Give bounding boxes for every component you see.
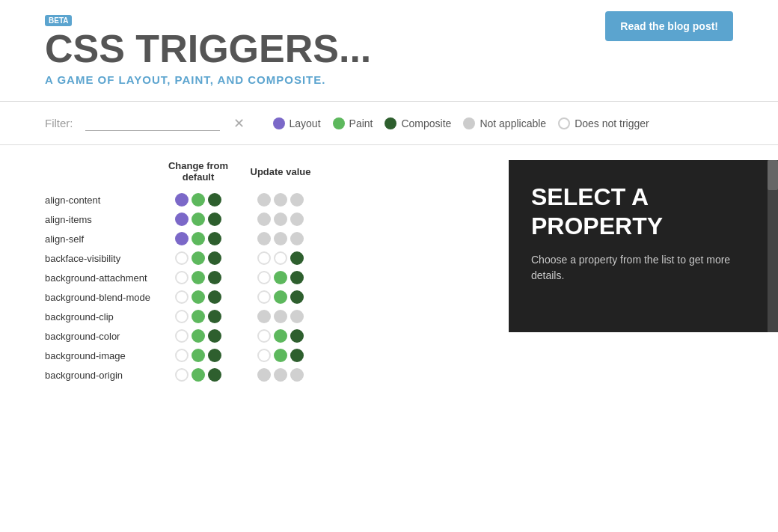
table-row[interactable]: background-image bbox=[45, 346, 494, 365]
change-dots bbox=[157, 368, 239, 382]
legend-paint: Paint bbox=[333, 117, 373, 129]
paint-dot bbox=[192, 232, 205, 245]
none-dot bbox=[257, 349, 271, 362]
paint-dot bbox=[192, 349, 205, 362]
paint-dot bbox=[192, 271, 205, 284]
filter-input[interactable] bbox=[85, 115, 220, 131]
property-name: backface-visibility bbox=[45, 253, 157, 264]
table-row[interactable]: backface-visibility bbox=[45, 248, 494, 268]
none-dot bbox=[175, 368, 189, 382]
na-dot bbox=[257, 213, 271, 226]
scrollbar-thumb[interactable] bbox=[768, 160, 778, 190]
paint-dot bbox=[192, 193, 205, 207]
table-row[interactable]: background-color bbox=[45, 326, 494, 346]
scrollbar-track[interactable] bbox=[768, 160, 778, 332]
layout-dot bbox=[175, 232, 189, 245]
composite-dot bbox=[208, 213, 221, 226]
side-panel: SELECT A PROPERTY Choose a property from… bbox=[509, 160, 778, 385]
legend-none: Does not trigger bbox=[558, 117, 649, 129]
na-dot bbox=[290, 193, 304, 207]
paint-dot bbox=[192, 251, 205, 265]
property-name: background-clip bbox=[45, 311, 157, 322]
change-dots bbox=[157, 232, 239, 245]
legend-composite-label: Composite bbox=[401, 117, 451, 129]
property-name: background-attachment bbox=[45, 272, 157, 284]
paint-dot bbox=[274, 349, 287, 362]
layout-dot bbox=[175, 193, 189, 207]
composite-dot bbox=[290, 271, 304, 284]
table-row[interactable]: align-self bbox=[45, 229, 494, 248]
read-blog-button[interactable]: Read the blog post! bbox=[605, 11, 733, 41]
column-headers: Change from default Update value bbox=[45, 160, 494, 183]
none-dot bbox=[257, 271, 271, 284]
na-dot bbox=[257, 368, 271, 382]
table-row[interactable]: background-blend-mode bbox=[45, 287, 494, 307]
change-dots bbox=[157, 271, 239, 284]
select-title: SELECT A PROPERTY bbox=[531, 183, 756, 240]
change-dots bbox=[157, 349, 239, 362]
change-dots bbox=[157, 251, 239, 265]
property-name: background-image bbox=[45, 350, 157, 361]
paint-dot bbox=[192, 368, 205, 382]
none-dot bbox=[175, 310, 189, 323]
table-row[interactable]: align-items bbox=[45, 210, 494, 229]
paint-dot bbox=[333, 117, 345, 129]
none-dot bbox=[175, 251, 189, 265]
composite-dot bbox=[208, 193, 221, 207]
na-dot bbox=[274, 310, 287, 323]
paint-dot bbox=[274, 329, 287, 343]
update-dots bbox=[239, 213, 322, 226]
paint-dot bbox=[274, 271, 287, 284]
none-dot bbox=[175, 271, 189, 284]
composite-dot bbox=[290, 290, 304, 304]
change-dots bbox=[157, 213, 239, 226]
legend-composite: Composite bbox=[385, 117, 451, 129]
col-header-change: Change from default bbox=[157, 160, 239, 183]
update-dots bbox=[239, 310, 322, 323]
legend-none-label: Does not trigger bbox=[575, 117, 649, 129]
none-dot bbox=[175, 349, 189, 362]
na-dot bbox=[290, 213, 304, 226]
filter-label: Filter: bbox=[45, 117, 73, 129]
none-dot bbox=[175, 290, 189, 304]
table-row[interactable]: background-attachment bbox=[45, 268, 494, 287]
table-row[interactable]: align-content bbox=[45, 190, 494, 210]
beta-badge: BETA bbox=[45, 15, 72, 26]
table-row[interactable]: background-clip bbox=[45, 307, 494, 326]
property-name: align-content bbox=[45, 195, 157, 206]
change-dots bbox=[157, 290, 239, 304]
property-name: align-self bbox=[45, 233, 157, 245]
none-dot bbox=[558, 117, 570, 129]
property-list-section: Change from default Update value align-c… bbox=[0, 160, 509, 385]
legend-na: Not applicable bbox=[463, 117, 546, 129]
composite-dot bbox=[208, 349, 221, 362]
none-dot bbox=[274, 251, 287, 265]
select-description: Choose a property from the list to get m… bbox=[531, 252, 756, 284]
na-dot bbox=[257, 310, 271, 323]
none-dot bbox=[175, 329, 189, 343]
subtitle: A GAME OF LAYOUT, PAINT, AND COMPOSITE. bbox=[45, 73, 733, 86]
na-dot bbox=[257, 232, 271, 245]
change-dots bbox=[157, 329, 239, 343]
layout-dot bbox=[175, 213, 189, 226]
update-dots bbox=[239, 251, 322, 265]
update-dots bbox=[239, 368, 322, 382]
table-row[interactable]: background-origin bbox=[45, 365, 494, 385]
property-name: background-blend-mode bbox=[45, 292, 157, 303]
na-dot bbox=[290, 232, 304, 245]
property-name: background-color bbox=[45, 331, 157, 342]
composite-dot bbox=[290, 349, 304, 362]
composite-dot bbox=[385, 117, 396, 129]
update-dots bbox=[239, 349, 322, 362]
na-dot bbox=[290, 310, 304, 323]
na-dot bbox=[274, 193, 287, 207]
legend-na-label: Not applicable bbox=[480, 117, 546, 129]
update-dots bbox=[239, 290, 322, 304]
update-dots bbox=[239, 232, 322, 245]
na-dot bbox=[290, 368, 304, 382]
composite-dot bbox=[208, 251, 221, 265]
legend-layout-label: Layout bbox=[290, 117, 321, 129]
clear-filter-button[interactable]: ✕ bbox=[232, 117, 246, 130]
composite-dot bbox=[290, 329, 304, 343]
composite-dot bbox=[208, 290, 221, 304]
